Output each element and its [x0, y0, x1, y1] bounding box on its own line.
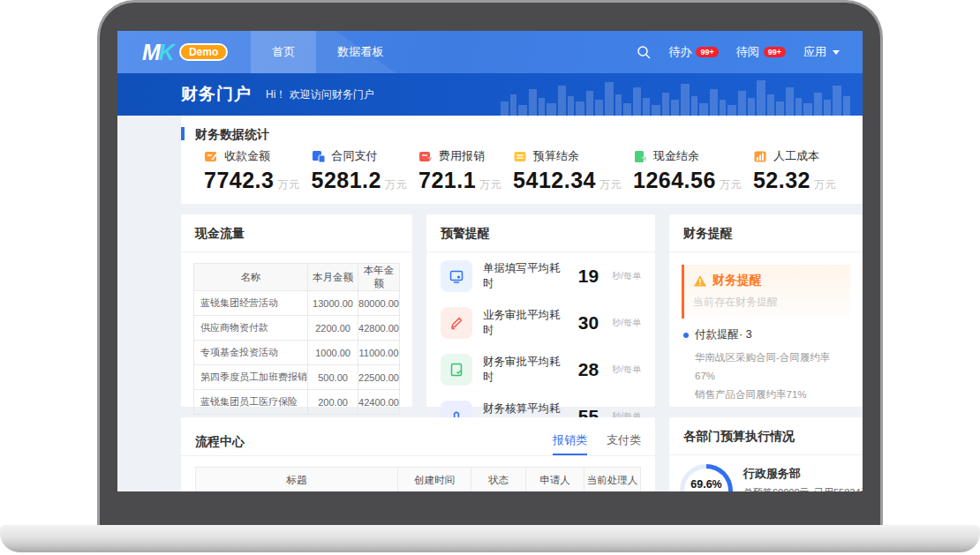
blue-accent-bar	[181, 127, 185, 140]
col-status: 状态	[471, 468, 526, 492]
cash-flow-table: 名称 本月金额 本年金额 蓝锐集团经营活动13000.0080000.00 供应…	[193, 263, 400, 415]
to-read-label: 待阅	[736, 44, 759, 60]
list-item: 财务审批平均耗时 28 秒/每单	[426, 346, 655, 393]
process-tabs: 报销类 支付类	[553, 429, 641, 455]
cash-flow-card: 现金流量 名称 本月金额 本年金额 蓝锐集团经营活动13000.0080000.…	[181, 214, 412, 407]
alert-title: 财务提醒	[712, 273, 762, 289]
alert-subtitle: 当前存在财务提醒	[693, 295, 841, 310]
apps-label: 应用	[803, 44, 826, 60]
tab-reimbursement[interactable]: 报销类	[553, 429, 587, 455]
stat-expense: 费用报销 721.1万元	[418, 148, 501, 193]
budget-percent: 69.6%	[690, 478, 721, 491]
finance-reminder-card: 财务提醒 财务提醒 当前存在财务提醒	[669, 214, 863, 407]
alert-list: 单据填写平均耗时 19 秒/每单 业务审批平均耗时 30	[426, 252, 655, 439]
process-center-card: 流程中心 报销类 支付类 标题 创建时间 状态 申请人	[181, 417, 655, 491]
warning-alerts-card: 预警提醒 单据填写平均耗时 19 秒/每单	[426, 214, 655, 407]
stat-value: 1264.56	[633, 168, 716, 192]
stat-value: 721.1	[418, 168, 476, 192]
process-center-title: 流程中心	[195, 434, 245, 450]
apps-menu-item[interactable]: 应用	[803, 44, 840, 60]
budget-used: 已用55824元	[814, 486, 863, 491]
to-read-menu-item[interactable]: 待阅 99+	[736, 44, 786, 60]
mk-logo-icon: MK	[142, 40, 173, 65]
todo-menu-item[interactable]: 待办 99+	[668, 44, 718, 60]
stat-label: 现金结余	[653, 148, 699, 164]
stat-unit: 万元	[479, 178, 501, 191]
col-created-time: 创建时间	[398, 468, 471, 492]
budget-icon	[513, 149, 528, 164]
stat-unit: 万元	[385, 178, 407, 191]
list-item: 单据填写平均耗时 19 秒/每单	[426, 252, 655, 299]
todo-badge: 99+	[696, 47, 718, 57]
stat-label: 预算结余	[533, 148, 579, 164]
table-row: 供应商物资付款2200.0042800.00	[194, 316, 400, 341]
pencil-icon	[441, 307, 472, 339]
finance-stats-card: 财务数据统计 收款金额 7742.3万元	[181, 116, 863, 204]
portal-banner: 财务门户 Hi！ 欢迎访问财务门户	[117, 73, 863, 116]
stats-section-title: 财务数据统计	[195, 127, 269, 143]
col-title: 标题	[196, 468, 398, 492]
stat-unit: 万元	[599, 178, 622, 191]
stat-value: 52.32	[753, 168, 810, 192]
app-logo: MK Demo	[117, 31, 251, 73]
tab-data-board[interactable]: 数据看板	[316, 31, 404, 73]
demo-badge: Demo	[179, 43, 228, 61]
budget-total: 总预算60000元	[743, 486, 810, 491]
cash-icon	[633, 149, 648, 164]
labor-icon	[753, 149, 768, 164]
col-year-amount: 本年金额	[358, 264, 400, 291]
list-item: 业务审批平均耗时 30 秒/每单	[426, 299, 655, 346]
laptop-mockup: MK Demo 首页 数据看板 待办 99+ 待阅 99+	[0, 0, 980, 555]
stat-cash-balance: 现金结余 1264.56万元	[633, 148, 742, 193]
col-month-amount: 本月金额	[308, 264, 358, 291]
welcome-text: Hi！ 欢迎访问财务门户	[266, 87, 374, 102]
table-row: 蓝锐集团经营活动13000.0080000.00	[194, 291, 400, 316]
table-row: 蓝锐集团员工医疗保险200.0042400.00	[194, 390, 400, 415]
contract-icon	[312, 149, 327, 164]
stat-contract-pay: 合同支付 5281.2万元	[312, 148, 407, 193]
stats-card-header: 财务数据统计	[181, 116, 863, 146]
payment-reminder-item[interactable]: 付款提醒· 3	[683, 327, 848, 342]
stat-value: 7742.3	[204, 168, 274, 192]
stat-label: 费用报销	[439, 148, 485, 164]
receipt-icon	[204, 149, 219, 164]
table-row: 专项基金投资活动1000.0011000.00	[194, 341, 400, 365]
cash-flow-title: 现金流量	[195, 226, 245, 242]
finance-reminder-title: 财务提醒	[683, 226, 733, 242]
app-screen: MK Demo 首页 数据看板 待办 99+ 待阅 99+	[117, 31, 863, 491]
top-navbar: MK Demo 首页 数据看板 待办 99+ 待阅 99+	[117, 31, 863, 73]
stat-receivable: 收款金额 7742.3万元	[204, 148, 299, 193]
stat-value: 5281.2	[312, 168, 381, 192]
doc-check-icon	[441, 354, 472, 386]
city-skyline-decoration	[501, 79, 854, 116]
todo-label: 待办	[668, 44, 691, 60]
stat-unit: 万元	[814, 178, 836, 191]
finance-alert-box: 财务提醒 当前存在财务提醒	[682, 265, 850, 319]
tab-home[interactable]: 首页	[251, 31, 316, 73]
payment-reminder-details: 华南战区采购合同-合同履约率67% 销售产品合同履约率71% 华北销售产品合同履…	[695, 349, 848, 407]
stat-label: 合同支付	[332, 148, 378, 164]
stats-row: 收款金额 7742.3万元 合同支付 5281.2万元	[181, 146, 863, 193]
stat-labor-cost: 人工成本 52.32万元	[753, 148, 836, 193]
stat-label: 收款金额	[224, 148, 270, 164]
stat-unit: 万元	[720, 178, 742, 191]
warning-alerts-title: 预警提醒	[441, 226, 490, 242]
col-current-handler: 当前处理人	[584, 468, 641, 492]
stat-unit: 万元	[277, 178, 299, 191]
navbar-right: 待办 99+ 待阅 99+ 应用	[637, 31, 863, 73]
bullet-dot	[683, 333, 689, 338]
search-icon[interactable]	[637, 45, 651, 59]
table-row: 第四季度员工加班费报销500.0022500.00	[194, 365, 400, 390]
department-budget-title: 各部门预算执行情况	[683, 429, 795, 445]
chevron-down-icon	[833, 50, 840, 55]
stat-label: 人工成本	[773, 148, 819, 164]
form-icon	[441, 260, 472, 292]
stat-value: 5412.34	[513, 168, 596, 192]
main-content: 财务数据统计 收款金额 7742.3万元	[117, 116, 863, 491]
to-read-badge: 99+	[764, 47, 786, 57]
stat-budget-balance: 预算结余 5412.34万元	[513, 148, 622, 193]
tab-payment[interactable]: 支付类	[607, 429, 641, 455]
expense-icon	[418, 149, 433, 164]
process-table: 标题 创建时间 状态 申请人 当前处理人	[195, 467, 641, 491]
warning-icon	[693, 274, 707, 288]
